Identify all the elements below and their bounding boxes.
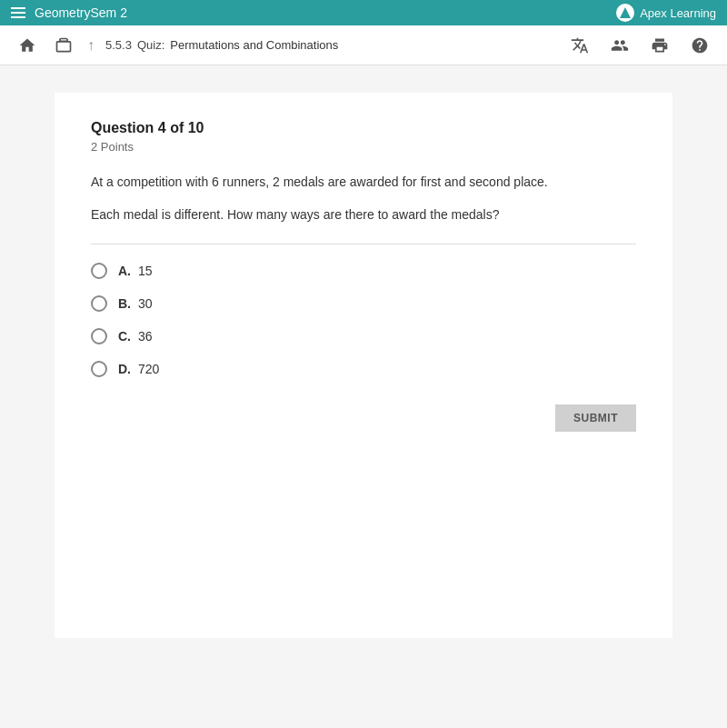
menu-icon[interactable] [11, 7, 25, 18]
answer-label-d: D. 720 [118, 362, 159, 376]
answer-label-c: C. 36 [118, 329, 152, 344]
briefcase-icon [55, 36, 73, 55]
help-button[interactable] [687, 33, 712, 58]
secondary-toolbar: ↑ 5.5.3 Quiz: Permutations and Combinati… [0, 25, 727, 65]
portfolio-button[interactable] [51, 33, 76, 58]
course-title: GeometrySem 2 [35, 5, 127, 20]
radio-b[interactable] [91, 295, 107, 312]
apex-logo-icon [616, 4, 634, 22]
translate-icon [571, 36, 589, 55]
submit-button[interactable]: SUBMIT [555, 404, 636, 432]
print-icon [651, 36, 669, 55]
breadcrumb-number: 5.5.3 [105, 38, 132, 52]
help-icon [691, 36, 709, 55]
answer-list: A. 15 B. 30 C. 36 D. 720 [91, 263, 636, 377]
answer-label-b: B. 30 [118, 296, 152, 311]
question-text-2: Each medal is different. How many ways a… [91, 204, 636, 224]
secondary-bar-right [567, 33, 712, 58]
home-button[interactable] [15, 33, 40, 58]
answer-item-c[interactable]: C. 36 [91, 328, 636, 344]
translate-button[interactable] [567, 33, 593, 58]
answer-item-d[interactable]: D. 720 [91, 361, 636, 377]
question-points: 2 Points [91, 140, 636, 154]
home-icon [18, 36, 36, 55]
person-button[interactable] [607, 33, 632, 58]
svg-marker-0 [620, 7, 631, 18]
answer-item-b[interactable]: B. 30 [91, 295, 636, 312]
question-divider [91, 244, 636, 244]
top-bar-left: GeometrySem 2 [11, 5, 127, 20]
answer-label-a: A. 15 [118, 264, 152, 278]
submit-area: SUBMIT [91, 404, 636, 432]
apex-logo-text: Apex Learning [640, 6, 716, 20]
radio-c[interactable] [91, 328, 107, 344]
breadcrumb: 5.5.3 Quiz: Permutations and Combination… [105, 38, 338, 52]
secondary-bar-left: ↑ 5.5.3 Quiz: Permutations and Combinati… [15, 33, 338, 58]
breadcrumb-type: Quiz: [137, 38, 164, 52]
main-content: Question 4 of 10 2 Points At a competiti… [55, 93, 672, 638]
answer-item-a[interactable]: A. 15 [91, 263, 636, 279]
top-navigation-bar: GeometrySem 2 Apex Learning [0, 0, 727, 25]
breadcrumb-title: Permutations and Combinations [170, 38, 338, 52]
person-icon [611, 36, 629, 55]
question-text-1: At a competition with 6 runners, 2 medal… [91, 172, 636, 192]
print-button[interactable] [647, 33, 672, 58]
breadcrumb-arrow: ↑ [87, 37, 95, 54]
radio-a[interactable] [91, 263, 107, 279]
apex-logo: Apex Learning [616, 4, 716, 22]
question-header: Question 4 of 10 [91, 120, 636, 136]
radio-d[interactable] [91, 361, 107, 377]
